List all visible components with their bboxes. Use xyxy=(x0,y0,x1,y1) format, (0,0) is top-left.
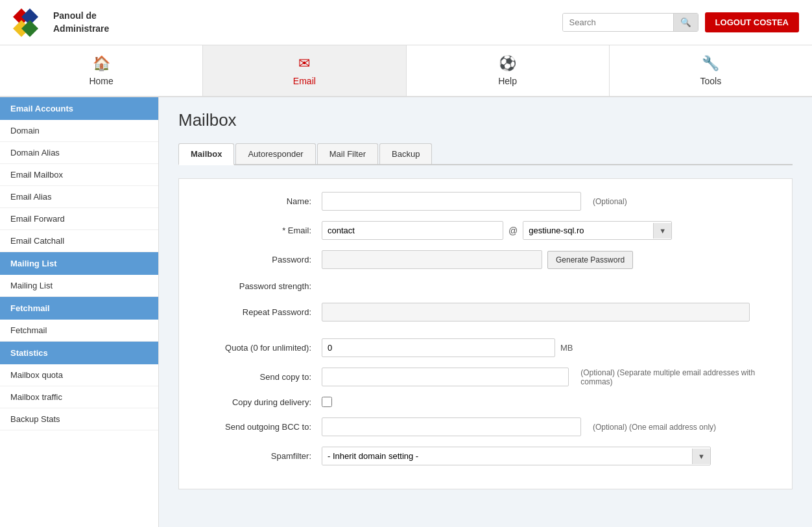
help-icon: ⚽ xyxy=(499,55,516,72)
sidebar-header-statistics: Statistics xyxy=(0,342,158,364)
tab-backup[interactable]: Backup xyxy=(379,143,432,164)
tab-home-label: Home xyxy=(89,76,113,86)
tab-autoresponder[interactable]: Autoresponder xyxy=(235,143,315,164)
form-row-copy-delivery: Copy during delivery: xyxy=(192,397,779,407)
bcc-optional: (Optional) (One email address only) xyxy=(593,423,716,432)
send-copy-label: Send copy to: xyxy=(192,372,322,382)
sidebar-header-mailing-list: Mailing List xyxy=(0,252,158,275)
header: Panoul de Administrare 🔍 LOGOUT COSTEA xyxy=(0,0,812,45)
tab-email-label: Email xyxy=(293,76,316,86)
spamfilter-wrap: ▼ xyxy=(322,447,711,465)
generate-password-button[interactable]: Generate Password xyxy=(547,251,633,269)
spamfilter-label: Spamfilter: xyxy=(192,451,322,461)
at-sign: @ xyxy=(508,226,518,236)
email-label: * Email: xyxy=(192,226,322,235)
copy-delivery-label: Copy during delivery: xyxy=(192,397,322,407)
sidebar: Email Accounts Domain Domain Alias Email… xyxy=(0,97,159,527)
send-copy-optional: (Optional) (Separate multiple email addr… xyxy=(580,368,779,386)
email-input[interactable] xyxy=(322,221,503,240)
sidebar-item-email-mailbox[interactable]: Email Mailbox xyxy=(0,164,158,186)
logo-icon xyxy=(13,6,47,40)
tab-bar: Mailbox Autoresponder Mail Filter Backup xyxy=(178,143,793,165)
repeat-password-label: Repeat Password: xyxy=(192,307,322,317)
form-row-send-copy: Send copy to: (Optional) (Separate multi… xyxy=(192,368,779,386)
name-optional: (Optional) xyxy=(593,197,627,206)
spamfilter-control: ▼ xyxy=(322,447,779,465)
repeat-password-input[interactable] xyxy=(322,303,750,322)
sidebar-item-fetchmail[interactable]: Fetchmail xyxy=(0,320,158,342)
form-row-quota: Quota (0 for unlimited): MB xyxy=(192,338,779,357)
name-control: (Optional) xyxy=(322,192,779,211)
password-control: Generate Password xyxy=(322,250,779,269)
search-input[interactable] xyxy=(563,14,673,31)
bcc-input[interactable] xyxy=(322,417,581,436)
tab-email[interactable]: ✉ Email xyxy=(203,45,406,96)
sidebar-item-email-alias[interactable]: Email Alias xyxy=(0,186,158,208)
logo-area: Panoul de Administrare xyxy=(13,6,109,40)
form-row-spamfilter: Spamfilter: ▼ xyxy=(192,447,779,465)
spamfilter-input[interactable] xyxy=(322,447,692,465)
copy-delivery-checkbox[interactable] xyxy=(322,397,332,407)
sidebar-item-mailbox-quota[interactable]: Mailbox quota xyxy=(0,364,158,386)
spamfilter-dropdown-arrow[interactable]: ▼ xyxy=(692,449,710,464)
copy-delivery-control xyxy=(322,397,779,407)
main-content: Mailbox Mailbox Autoresponder Mail Filte… xyxy=(159,97,812,527)
domain-select-wrap: ▼ xyxy=(523,221,672,240)
sidebar-item-domain[interactable]: Domain xyxy=(0,120,158,142)
password-strength-label: Password strength: xyxy=(192,281,322,291)
password-input[interactable] xyxy=(322,250,542,269)
domain-dropdown-arrow[interactable]: ▼ xyxy=(653,223,671,239)
send-copy-input[interactable] xyxy=(322,368,569,386)
bcc-label: Send outgoing BCC to: xyxy=(192,422,322,432)
sidebar-item-domain-alias[interactable]: Domain Alias xyxy=(0,142,158,164)
bcc-control: (Optional) (One email address only) xyxy=(322,417,779,436)
form-panel: Name: (Optional) * Email: @ ▼ xyxy=(178,178,793,489)
tab-help[interactable]: ⚽ Help xyxy=(407,45,610,96)
password-strength-area xyxy=(322,279,779,292)
sidebar-item-backup-stats[interactable]: Backup Stats xyxy=(0,408,158,430)
header-right: 🔍 LOGOUT COSTEA xyxy=(562,12,799,32)
form-row-email: * Email: @ ▼ xyxy=(192,221,779,240)
form-row-bcc: Send outgoing BCC to: (Optional) (One em… xyxy=(192,417,779,436)
name-input[interactable] xyxy=(322,192,581,211)
page-title: Mailbox xyxy=(178,110,793,130)
form-row-repeat-password: Repeat Password: xyxy=(192,303,779,322)
form-table: Name: (Optional) * Email: @ ▼ xyxy=(179,179,792,489)
tab-home[interactable]: 🏠 Home xyxy=(0,45,203,96)
logo-text: Panoul de Administrare xyxy=(53,10,109,35)
quota-label: Quota (0 for unlimited): xyxy=(192,343,322,353)
search-box: 🔍 xyxy=(562,13,699,32)
main-layout: Email Accounts Domain Domain Alias Email… xyxy=(0,97,812,527)
tab-help-label: Help xyxy=(498,76,517,86)
home-icon: 🏠 xyxy=(93,55,110,72)
domain-input[interactable] xyxy=(523,222,653,239)
send-copy-control: (Optional) (Separate multiple email addr… xyxy=(322,368,779,386)
sidebar-header-email-accounts: Email Accounts xyxy=(0,97,158,120)
mb-label: MB xyxy=(560,343,573,353)
quota-control: MB xyxy=(322,338,779,357)
email-control: @ ▼ xyxy=(322,221,779,240)
email-icon: ✉ xyxy=(298,55,310,72)
sidebar-item-mailing-list[interactable]: Mailing List xyxy=(0,275,158,297)
tab-tools[interactable]: 🔧 Tools xyxy=(610,45,812,96)
sidebar-header-fetchmail: Fetchmail xyxy=(0,297,158,320)
tools-icon: 🔧 xyxy=(702,55,719,72)
nav-tabs: 🏠 Home ✉ Email ⚽ Help 🔧 Tools xyxy=(0,45,812,97)
quota-input[interactable] xyxy=(322,338,555,357)
form-row-password: Password: Generate Password xyxy=(192,250,779,269)
logout-button[interactable]: LOGOUT COSTEA xyxy=(705,12,799,32)
sidebar-item-email-catchall[interactable]: Email Catchall xyxy=(0,230,158,252)
sidebar-item-email-forward[interactable]: Email Forward xyxy=(0,208,158,230)
form-row-name: Name: (Optional) xyxy=(192,192,779,211)
name-label: Name: xyxy=(192,196,322,206)
sidebar-item-mailbox-traffic[interactable]: Mailbox traffic xyxy=(0,386,158,408)
tab-mail-filter[interactable]: Mail Filter xyxy=(317,143,378,164)
form-row-password-strength: Password strength: xyxy=(192,279,779,292)
tab-mailbox[interactable]: Mailbox xyxy=(178,143,234,165)
tab-tools-label: Tools xyxy=(700,76,722,86)
search-button[interactable]: 🔍 xyxy=(673,14,698,31)
password-label: Password: xyxy=(192,255,322,264)
repeat-password-control xyxy=(322,303,779,322)
